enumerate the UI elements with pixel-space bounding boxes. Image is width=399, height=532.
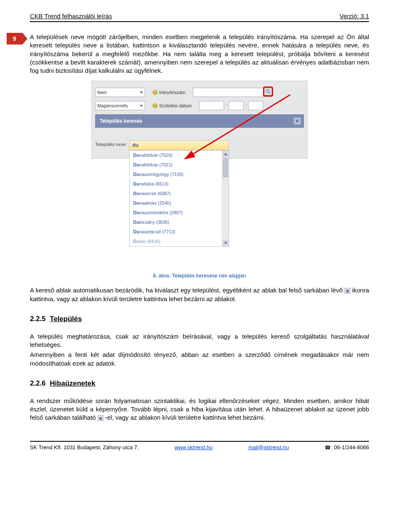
scroll-down-icon[interactable]	[222, 240, 229, 246]
input-telepules-search[interactable]	[129, 140, 229, 150]
warning-icon: !	[153, 103, 158, 108]
select-nem[interactable]: Nem	[95, 88, 145, 97]
input-birth-day[interactable]	[248, 101, 263, 110]
doc-version: Verzió: 3.1	[340, 12, 369, 20]
figure-caption: 8. ábra: Település keresése név alapján	[30, 273, 369, 279]
scrollbar[interactable]	[222, 151, 229, 246]
section-heading-225: 2.2.5Település	[30, 315, 369, 323]
close-icon[interactable]: ×	[293, 117, 301, 125]
label-telepules-neve: Település neve:	[95, 140, 127, 147]
search-icon[interactable]	[263, 87, 273, 97]
autocomplete-option[interactable]: Dubicsány (3635)	[130, 218, 229, 227]
autocomplete-option[interactable]: Dunaalmás (2545)	[130, 198, 229, 208]
input-birth-month[interactable]	[229, 101, 244, 110]
autocomplete-option[interactable]: Dunaszentgyörgy (7135)	[130, 170, 229, 179]
autocomplete-option[interactable]: Dunafalva (6513)	[130, 179, 229, 189]
label-iranyitoszam: Irányítószám	[159, 90, 185, 95]
footer-web-link[interactable]: www.sktrend.hu	[175, 444, 213, 450]
page-number-marker: 9	[7, 33, 22, 45]
close-icon	[98, 415, 103, 421]
footer-tel: ☎: 06-1/244-8066	[325, 444, 369, 450]
input-birth-year[interactable]	[199, 101, 224, 110]
close-icon	[345, 288, 350, 294]
embedded-screenshot: Nem ! Irányítószám Magánszemély !	[91, 81, 308, 159]
para-intro: A települések neve mögött zárójelben, mi…	[30, 33, 369, 75]
label-szuletesi-datum: Születési dátum	[159, 103, 192, 108]
select-maganszemely[interactable]: Magánszemély	[95, 101, 145, 110]
para-226: A rendszer működése során folyamatosan s…	[30, 397, 369, 422]
phone-icon: ☎	[325, 445, 331, 450]
svg-line-1	[268, 92, 270, 94]
scroll-up-icon[interactable]	[222, 151, 229, 157]
scroll-thumb[interactable]	[223, 158, 228, 177]
para-225-2: Amennyiben a fenti két adat díjmódosító …	[30, 351, 369, 368]
para-225-1: A település meghatározása, csak az irány…	[30, 332, 369, 349]
chevron-down-icon	[140, 105, 143, 107]
doc-title: CKB Trend felhasználói leírás	[30, 12, 112, 20]
autocomplete-option[interactable]: Dunaföldvár (7021)	[130, 160, 229, 170]
input-iranyitoszam[interactable]	[193, 88, 272, 97]
autocomplete-option[interactable]: Dunavecse (6087)	[130, 189, 229, 198]
autocomplete-option[interactable]: Dudar (8416)	[130, 237, 229, 246]
para-closing-hint: A kereső ablak automatikusan bezáródik, …	[30, 286, 369, 303]
footer-company: SK Trend Kft. 1031 Budapest, Záhony utca…	[30, 444, 139, 450]
header-rule	[30, 21, 369, 22]
autocomplete-option[interactable]: Dunaföldvár (7020)	[130, 151, 229, 160]
chevron-down-icon	[140, 92, 143, 94]
autocomplete-dropdown: Dunaföldvár (7020)Dunaföldvár (7021)Duna…	[129, 150, 229, 247]
autocomplete-option[interactable]: Dunaszekcső (7712)	[130, 227, 229, 237]
autocomplete-option[interactable]: Dunaszentmiklós (2897)	[130, 208, 229, 218]
svg-point-0	[266, 89, 269, 92]
footer-mail-link[interactable]: mail@sktrend.hu	[248, 444, 289, 450]
warning-icon: !	[153, 90, 158, 95]
section-heading-226: 2.2.6Hibaüzenetek	[30, 379, 369, 388]
page-footer: SK Trend Kft. 1031 Budapest, Záhony utca…	[30, 441, 369, 450]
dialog-title-bar: Település keresés ×	[95, 114, 304, 128]
